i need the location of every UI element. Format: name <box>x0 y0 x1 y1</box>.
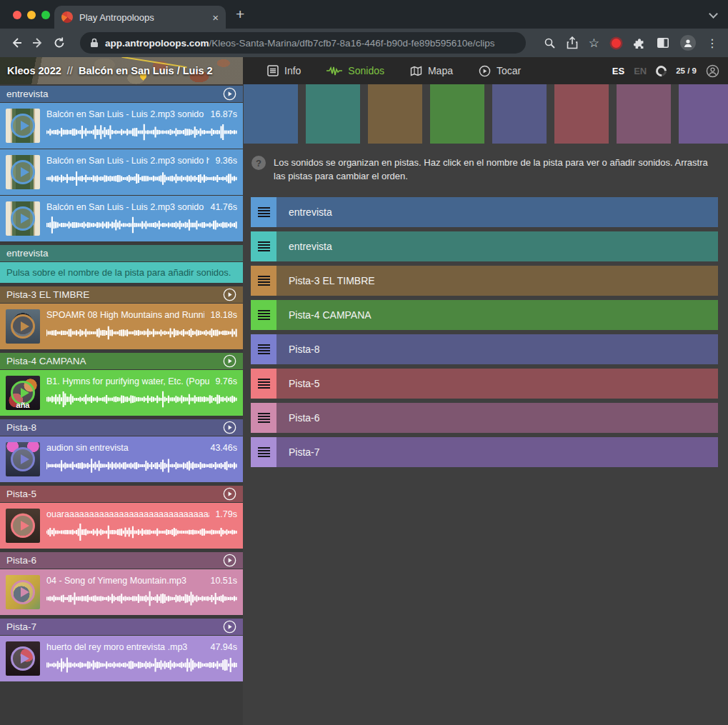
track-row-name[interactable]: Pista-6 <box>276 403 718 433</box>
track-row-name[interactable]: Pista-3 EL TIMBRE <box>276 266 718 296</box>
track-header[interactable]: Pista-5 <box>0 486 243 502</box>
track-row[interactable]: Pista-8 <box>251 334 718 364</box>
track-row-name[interactable]: entrevista <box>276 197 718 227</box>
track-row-name[interactable]: Pista-7 <box>276 437 718 467</box>
play-clip-icon[interactable] <box>11 514 35 538</box>
play-clip-icon[interactable] <box>11 160 35 184</box>
drag-handle[interactable] <box>251 437 276 467</box>
track-row-name[interactable]: Pista-8 <box>276 334 718 364</box>
track-name: Pista-8 <box>6 422 36 433</box>
clip-item[interactable]: aña B1. Hymns for purifying water, Etc. … <box>0 370 243 416</box>
play-clip-icon[interactable] <box>11 447 35 471</box>
play-track-icon[interactable] <box>223 87 236 101</box>
nav-sonidos[interactable]: Sonidos <box>326 65 384 76</box>
track-row[interactable]: entrevista <box>251 231 718 261</box>
account-icon[interactable] <box>706 64 719 78</box>
clip-item[interactable]: ouaraaaaaaaaaaaaaaaaaaaaaaaaaaaaaaaaa...… <box>0 503 243 549</box>
new-tab-button[interactable]: + <box>236 6 244 23</box>
clip-thumbnail[interactable] <box>6 155 40 189</box>
header-right-controls: ES EN 25 / 9 <box>612 64 728 78</box>
clip-thumbnail[interactable] <box>6 641 40 676</box>
track-header[interactable]: entrevista <box>0 86 243 102</box>
minimize-window-button[interactable] <box>27 11 36 19</box>
play-track-icon[interactable] <box>223 288 236 301</box>
track-row[interactable]: Pista-7 <box>251 437 718 467</box>
drag-handle-icon <box>258 413 270 423</box>
clip-item[interactable]: SPOAMR 08 High Mountains and Running ...… <box>0 304 243 349</box>
drag-handle[interactable] <box>251 266 276 296</box>
track-row-name[interactable]: Pista-5 <box>276 369 718 399</box>
clip-thumbnail[interactable] <box>6 201 40 236</box>
sidebar-track-pista-7: Pista-7 huerto del rey moro entrevista .… <box>0 619 243 681</box>
clip-item[interactable]: Balcón en San Luis - Luis 2.mp3 sonido h… <box>0 196 243 241</box>
reload-button[interactable] <box>53 36 74 49</box>
profile-avatar-icon[interactable] <box>680 35 696 51</box>
play-clip-icon[interactable] <box>11 314 35 339</box>
clip-thumbnail[interactable] <box>6 309 40 344</box>
nav-info[interactable]: Info <box>267 65 301 76</box>
track-row[interactable]: Pista-5 <box>251 369 718 399</box>
zoom-icon[interactable] <box>544 37 556 49</box>
track-header[interactable]: Pista-7 <box>0 619 243 635</box>
clip-item[interactable]: audion sin entrevista43.46s <box>0 436 243 482</box>
track-header[interactable]: Pista-6 <box>0 552 243 569</box>
zoom-window-button[interactable] <box>41 11 50 19</box>
clip-thumbnail[interactable] <box>6 109 40 143</box>
clip-thumbnail[interactable]: aña <box>6 376 40 410</box>
drag-handle[interactable] <box>251 231 276 261</box>
waveform <box>46 523 237 541</box>
side-panel-icon[interactable] <box>657 37 669 49</box>
clip-title: ouaraaaaaaaaaaaaaaaaaaaaaaaaaaaaaaaaa... <box>46 509 209 519</box>
play-track-icon[interactable] <box>223 354 236 368</box>
track-row[interactable]: Pista-4 CAMPANA <box>251 300 718 330</box>
clip-item[interactable]: huerto del rey moro entrevista .mp347.94… <box>0 636 243 681</box>
clip-item[interactable]: 04 - Song of Yimeng Mountain.mp310.51s <box>0 569 243 615</box>
nav-mapa[interactable]: Mapa <box>410 65 453 76</box>
waveform <box>46 390 237 409</box>
language-es-button[interactable]: ES <box>612 66 624 76</box>
track-header[interactable]: Pista-3 EL TIMBRE <box>0 286 243 303</box>
recording-extension-icon[interactable] <box>612 39 621 48</box>
back-button[interactable] <box>10 36 31 49</box>
nav-tocar[interactable]: Tocar <box>479 65 521 77</box>
clip-thumbnail[interactable] <box>6 575 40 609</box>
share-icon[interactable] <box>567 36 578 49</box>
play-clip-icon[interactable] <box>11 646 35 671</box>
clip-thumbnail[interactable] <box>6 442 40 476</box>
drag-handle[interactable] <box>251 403 276 433</box>
close-window-button[interactable] <box>13 11 21 19</box>
track-header[interactable]: Pista-8 <box>0 419 243 436</box>
play-track-icon[interactable] <box>223 620 236 634</box>
language-en-button[interactable]: EN <box>634 66 647 76</box>
track-name: Pista-4 CAMPANA <box>6 356 86 366</box>
play-clip-icon[interactable] <box>11 206 35 231</box>
drag-handle[interactable] <box>251 300 276 330</box>
tab-search-chevron-icon[interactable] <box>709 10 717 17</box>
play-clip-icon[interactable] <box>11 114 35 138</box>
clip-item[interactable]: Balcón en San Luis - Luis 2.mp3 sonido h… <box>0 103 243 149</box>
track-row-name[interactable]: Pista-4 CAMPANA <box>276 300 718 330</box>
play-clip-icon[interactable] <box>11 580 35 604</box>
track-row[interactable]: Pista-3 EL TIMBRE <box>251 266 718 296</box>
play-track-icon[interactable] <box>223 554 236 567</box>
url-bar[interactable]: app.antropoloops.com/Kleos-Santa-Marina/… <box>80 32 526 54</box>
drag-handle[interactable] <box>251 334 276 364</box>
track-row-name[interactable]: entrevista <box>276 231 718 261</box>
bookmark-star-icon[interactable]: ☆ <box>589 36 599 51</box>
track-row[interactable]: Pista-6 <box>251 403 718 433</box>
track-header[interactable]: entrevista <box>0 245 243 261</box>
tab-close-icon[interactable]: × <box>212 12 219 23</box>
breadcrumb-project[interactable]: Kleos 2022 <box>7 65 61 76</box>
play-track-icon[interactable] <box>223 421 236 434</box>
extensions-puzzle-icon[interactable] <box>633 36 646 49</box>
play-track-icon[interactable] <box>223 487 236 501</box>
forward-button[interactable] <box>31 36 53 49</box>
browser-tab[interactable]: Play Antropoloops × <box>54 6 226 29</box>
track-header[interactable]: Pista-4 CAMPANA <box>0 353 243 369</box>
clip-thumbnail[interactable] <box>6 509 40 543</box>
browser-menu-icon[interactable]: ⋮ <box>707 36 718 50</box>
drag-handle[interactable] <box>251 369 276 399</box>
track-row[interactable]: entrevista <box>251 197 718 227</box>
drag-handle[interactable] <box>251 197 276 227</box>
clip-item[interactable]: Balcón en San Luis - Luis 2.mp3 sonido h… <box>0 149 243 195</box>
